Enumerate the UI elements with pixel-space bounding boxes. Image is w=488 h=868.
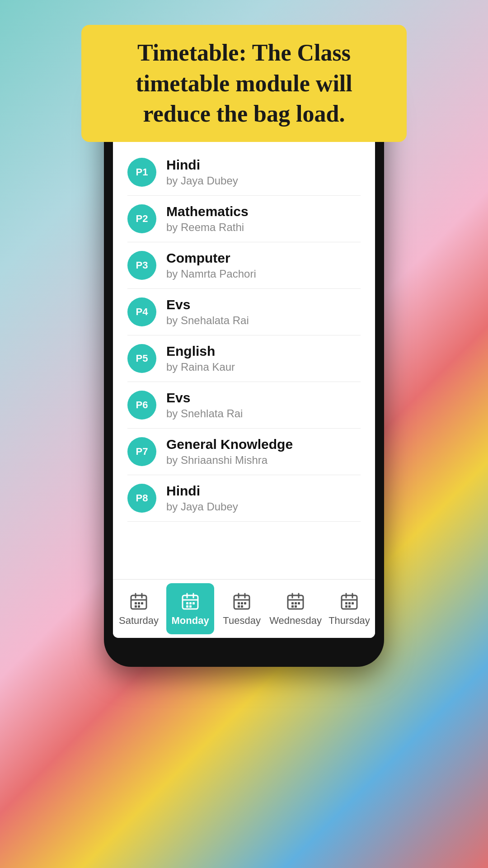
tooltip-banner: Timetable: The Class timetable module wi… bbox=[81, 25, 407, 142]
nav-item-label: Tuesday bbox=[223, 615, 261, 627]
period-teacher: by Jaya Dubey bbox=[166, 500, 238, 513]
svg-rect-44 bbox=[348, 605, 351, 608]
period-info: Mathematics by Reema Rathi bbox=[166, 204, 249, 234]
svg-rect-23 bbox=[241, 602, 243, 604]
period-teacher: by Shriaanshi Mishra bbox=[166, 454, 293, 467]
period-id: P7 bbox=[136, 446, 148, 458]
period-info: English by Raina Kaur bbox=[166, 344, 235, 373]
period-id: P8 bbox=[136, 492, 148, 504]
period-badge: P1 bbox=[127, 158, 156, 187]
svg-rect-25 bbox=[238, 605, 240, 608]
period-badge: P8 bbox=[127, 484, 156, 513]
period-subject: Mathematics bbox=[166, 204, 249, 219]
svg-rect-7 bbox=[135, 605, 137, 608]
period-id: P1 bbox=[136, 166, 148, 178]
period-teacher: by Reema Rathi bbox=[166, 221, 249, 234]
period-info: Evs by Snehlata Rai bbox=[166, 390, 243, 420]
bottom-nav: Saturday Monday Tuesday bbox=[113, 579, 375, 638]
nav-item-label: Wednesday bbox=[269, 615, 322, 627]
period-subject: English bbox=[166, 344, 235, 359]
period-badge: P5 bbox=[127, 344, 156, 373]
svg-rect-42 bbox=[352, 602, 354, 604]
svg-rect-24 bbox=[244, 602, 246, 604]
period-id: P3 bbox=[136, 259, 148, 271]
calendar-icon bbox=[180, 591, 200, 611]
screen-content: Timetable 16 June 2023 P1 Hindi by Jaya … bbox=[113, 95, 375, 579]
svg-rect-33 bbox=[298, 602, 300, 604]
svg-rect-14 bbox=[189, 602, 192, 604]
period-info: Hindi by Jaya Dubey bbox=[166, 483, 238, 513]
period-teacher: by Snehalata Rai bbox=[166, 314, 249, 327]
svg-rect-15 bbox=[192, 602, 195, 604]
period-badge: P3 bbox=[127, 251, 156, 280]
period-badge: P6 bbox=[127, 391, 156, 420]
period-subject: Evs bbox=[166, 390, 243, 406]
calendar-icon bbox=[339, 591, 359, 611]
svg-rect-35 bbox=[295, 605, 297, 608]
tooltip-text: Timetable: The Class timetable module wi… bbox=[136, 40, 352, 127]
period-id: P4 bbox=[136, 306, 148, 318]
list-item[interactable]: P5 English by Raina Kaur bbox=[127, 335, 361, 382]
period-subject: Hindi bbox=[166, 157, 238, 173]
svg-rect-34 bbox=[291, 605, 294, 608]
list-item[interactable]: P3 Computer by Namrta Pachori bbox=[127, 242, 361, 289]
svg-rect-4 bbox=[135, 602, 137, 604]
period-list: P1 Hindi by Jaya Dubey P2 Mathematics by… bbox=[127, 149, 361, 522]
calendar-icon bbox=[286, 591, 305, 611]
list-item[interactable]: P2 Mathematics by Reema Rathi bbox=[127, 196, 361, 242]
calendar-icon bbox=[129, 591, 149, 611]
phone-screen: Timetable 16 June 2023 P1 Hindi by Jaya … bbox=[113, 95, 375, 638]
period-id: P6 bbox=[136, 399, 148, 411]
list-item[interactable]: P8 Hindi by Jaya Dubey bbox=[127, 475, 361, 522]
svg-rect-6 bbox=[141, 602, 143, 604]
period-info: Hindi by Jaya Dubey bbox=[166, 157, 238, 187]
list-item[interactable]: P6 Evs by Snehlata Rai bbox=[127, 382, 361, 429]
nav-item-tuesday[interactable]: Tuesday bbox=[218, 583, 266, 634]
svg-rect-31 bbox=[291, 602, 294, 604]
nav-item-wednesday[interactable]: Wednesday bbox=[269, 583, 322, 634]
period-teacher: by Raina Kaur bbox=[166, 361, 235, 373]
period-badge: P2 bbox=[127, 204, 156, 233]
period-teacher: by Snehlata Rai bbox=[166, 407, 243, 420]
nav-item-label: Monday bbox=[172, 615, 209, 627]
calendar-icon bbox=[232, 591, 252, 611]
period-info: Evs by Snehalata Rai bbox=[166, 297, 249, 327]
period-info: General Knowledge by Shriaanshi Mishra bbox=[166, 437, 293, 467]
period-teacher: by Jaya Dubey bbox=[166, 175, 238, 187]
nav-item-label: Saturday bbox=[119, 615, 159, 627]
svg-rect-17 bbox=[189, 605, 192, 608]
svg-rect-16 bbox=[186, 605, 188, 608]
period-id: P5 bbox=[136, 353, 148, 364]
period-subject: Hindi bbox=[166, 483, 238, 499]
phone-frame: Timetable 16 June 2023 P1 Hindi by Jaya … bbox=[104, 79, 384, 667]
period-subject: Computer bbox=[166, 250, 256, 266]
nav-item-monday[interactable]: Monday bbox=[166, 583, 214, 634]
period-subject: General Knowledge bbox=[166, 437, 293, 452]
period-badge: P4 bbox=[127, 297, 156, 326]
svg-rect-13 bbox=[186, 602, 188, 604]
period-id: P2 bbox=[136, 213, 148, 225]
period-subject: Evs bbox=[166, 297, 249, 312]
nav-item-label: Thursday bbox=[328, 615, 370, 627]
nav-item-thursday[interactable]: Thursday bbox=[325, 583, 373, 634]
svg-rect-40 bbox=[345, 602, 347, 604]
svg-rect-43 bbox=[345, 605, 347, 608]
list-item[interactable]: P7 General Knowledge by Shriaanshi Mishr… bbox=[127, 429, 361, 475]
svg-rect-32 bbox=[295, 602, 297, 604]
svg-rect-8 bbox=[138, 605, 140, 608]
nav-item-saturday[interactable]: Saturday bbox=[115, 583, 163, 634]
list-item[interactable]: P1 Hindi by Jaya Dubey bbox=[127, 149, 361, 196]
list-item[interactable]: P4 Evs by Snehalata Rai bbox=[127, 289, 361, 335]
period-badge: P7 bbox=[127, 437, 156, 466]
svg-rect-26 bbox=[241, 605, 243, 608]
svg-rect-41 bbox=[348, 602, 351, 604]
period-teacher: by Namrta Pachori bbox=[166, 268, 256, 280]
period-info: Computer by Namrta Pachori bbox=[166, 250, 256, 280]
svg-rect-22 bbox=[238, 602, 240, 604]
svg-rect-5 bbox=[138, 602, 140, 604]
